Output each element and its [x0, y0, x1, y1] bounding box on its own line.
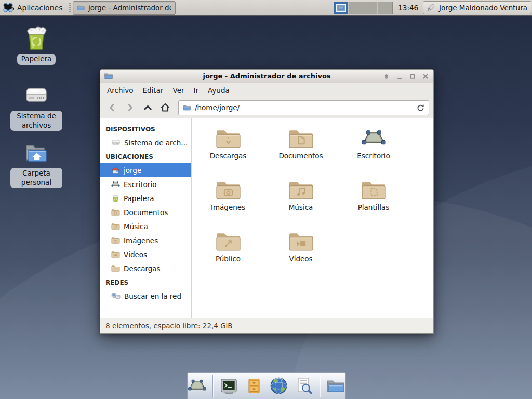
sidebar-item-musica[interactable]: Música	[100, 219, 191, 233]
maximize-button[interactable]	[408, 72, 417, 81]
workspace-1[interactable]	[334, 2, 349, 14]
folder-downloads-icon	[216, 128, 241, 149]
status-text: 8 elementos, espacio libre: 22,4 GiB	[105, 322, 233, 330]
search-files-launcher[interactable]	[295, 375, 314, 397]
workspace-window-preview	[336, 4, 346, 12]
folder-pictures-icon	[216, 179, 241, 201]
menu-editar[interactable]: Editar	[138, 84, 168, 97]
search-document-icon	[295, 376, 314, 395]
user-actions-button[interactable]: Jorge Maldonado Ventura	[423, 1, 531, 14]
file-documentos[interactable]: Documentos	[264, 126, 337, 177]
sidebar-item-buscar-red[interactable]: Buscar en la red	[100, 289, 191, 303]
dock-separator	[320, 375, 320, 397]
toolbar: /home/jorge/	[100, 97, 433, 118]
sidebar-item-imagenes[interactable]: Imágenes	[100, 233, 191, 247]
file-plantillas[interactable]: Plantillas	[337, 177, 410, 229]
folder-videos-icon	[111, 250, 120, 258]
desktop-icon-label: Papelera	[17, 54, 56, 65]
workspace-4[interactable]	[378, 2, 392, 14]
folder-videos-icon	[288, 231, 314, 252]
file-icon-view[interactable]: Descargas Documentos Escritorio Imágenes…	[192, 118, 433, 318]
user-action-icon	[425, 3, 436, 13]
folder-documents-icon	[288, 128, 314, 149]
folder-pictures-icon	[111, 236, 120, 244]
sidebar-header-devices: DISPOSITIVOS	[100, 122, 191, 136]
file-videos[interactable]: Vídeos	[264, 229, 337, 280]
file-manager-icon	[326, 378, 345, 394]
taskbar-window-button[interactable]: jorge - Administrador de...	[73, 1, 176, 15]
folder-public-icon	[216, 231, 241, 252]
file-musica[interactable]: Música	[264, 177, 337, 229]
workspace-3[interactable]	[363, 2, 378, 14]
terminal-icon	[219, 377, 238, 395]
file-manager-launcher[interactable]	[326, 375, 345, 397]
sidebar-item-papelera[interactable]: Papelera	[100, 191, 191, 205]
file-cabinet-launcher[interactable]	[244, 375, 263, 397]
sidebar-item-videos[interactable]: Vídeos	[100, 247, 191, 261]
home-button[interactable]	[157, 100, 173, 115]
desktop-icon-label: Sistema de archivos	[10, 111, 62, 131]
file-publico[interactable]: Público	[192, 229, 264, 280]
up-button[interactable]	[140, 100, 155, 115]
sidebar-item-documentos[interactable]: Documentos	[100, 205, 191, 219]
home-icon	[111, 166, 120, 174]
menu-ver[interactable]: Ver	[168, 84, 189, 97]
desktop-icon	[361, 128, 387, 149]
minimize-button[interactable]	[395, 72, 404, 81]
window-titlebar[interactable]: jorge - Administrador de archivos	[100, 70, 433, 83]
hard-drive-icon	[23, 83, 49, 108]
folder-downloads-icon	[111, 264, 120, 272]
taskbar-window-label: jorge - Administrador de...	[88, 4, 172, 12]
file-descargas[interactable]: Descargas	[192, 126, 264, 177]
file-cabinet-icon	[245, 377, 263, 395]
sidebar-item-escritorio[interactable]: Escritorio	[100, 177, 191, 191]
menu-archivo[interactable]: Archivo	[102, 84, 138, 97]
workspace-2[interactable]	[349, 2, 363, 14]
file-manager-icon	[77, 4, 85, 11]
terminal-launcher[interactable]	[219, 375, 238, 397]
applications-menu-label: Aplicaciones	[17, 4, 62, 12]
folder-documents-icon	[111, 208, 120, 216]
menubar: Archivo Editar Ver Ir Ayuda	[100, 83, 433, 97]
desktop-icon	[111, 180, 120, 188]
show-desktop-button[interactable]	[188, 375, 207, 397]
close-button[interactable]	[421, 72, 430, 81]
desktop-icon-label: Carpeta personal	[10, 168, 62, 188]
desktop-icon-home-folder[interactable]: Carpeta personal	[6, 140, 66, 188]
file-escritorio[interactable]: Escritorio	[337, 126, 410, 177]
xfce-logo-icon	[2, 2, 14, 14]
back-button[interactable]	[104, 100, 120, 115]
forward-button[interactable]	[122, 100, 138, 115]
reload-icon[interactable]	[416, 103, 425, 112]
file-manager-icon	[338, 5, 344, 10]
show-desktop-icon	[188, 378, 207, 394]
file-imagenes[interactable]: Imágenes	[192, 177, 264, 229]
location-path[interactable]: /home/jorge/	[195, 103, 413, 112]
sidebar: DISPOSITIVOS Sistema de arch... UBICACIO…	[100, 118, 192, 318]
dock-separator	[212, 375, 213, 397]
sidebar-item-filesystem[interactable]: Sistema de arch...	[100, 136, 191, 150]
shade-button[interactable]	[382, 72, 391, 81]
menu-ayuda[interactable]: Ayuda	[203, 84, 234, 97]
location-bar[interactable]: /home/jorge/	[178, 100, 429, 115]
folder-icon	[182, 104, 191, 111]
bottom-dock	[187, 372, 346, 399]
sidebar-item-jorge[interactable]: jorge	[100, 163, 191, 177]
home-folder-icon	[23, 140, 49, 165]
sidebar-item-descargas[interactable]: Descargas	[100, 261, 191, 275]
workspace-switcher	[334, 2, 393, 14]
menu-ir[interactable]: Ir	[189, 84, 204, 97]
desktop-icon-trash[interactable]: Papelera	[6, 25, 66, 65]
clock[interactable]: 13:46	[398, 4, 418, 12]
web-browser-globe-icon	[269, 376, 288, 395]
trash-icon	[111, 194, 120, 202]
folder-templates-icon	[361, 179, 387, 201]
applications-menu[interactable]: Aplicaciones	[0, 1, 66, 15]
sidebar-header-places: UBICACIONES	[100, 150, 191, 163]
sidebar-header-network: REDES	[100, 275, 191, 289]
desktop-icon-filesystem[interactable]: Sistema de archivos	[6, 83, 66, 131]
folder-music-icon	[111, 222, 120, 230]
statusbar: 8 elementos, espacio libre: 22,4 GiB	[100, 318, 433, 333]
web-browser-launcher[interactable]	[269, 375, 288, 397]
network-icon	[111, 292, 121, 300]
